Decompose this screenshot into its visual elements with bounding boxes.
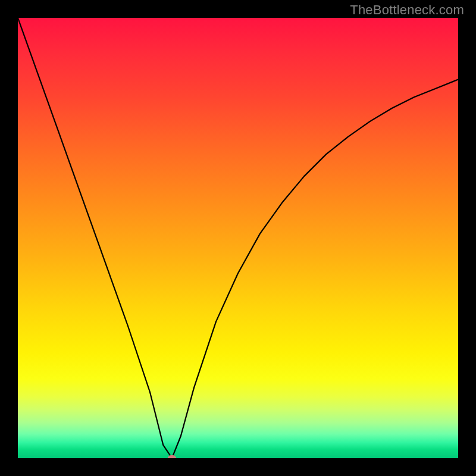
watermark-text: TheBottleneck.com [350, 2, 464, 18]
curve-svg [18, 18, 458, 458]
plot-area [18, 18, 458, 458]
chart-frame: TheBottleneck.com [0, 0, 476, 476]
minimum-marker [168, 455, 176, 458]
bottleneck-curve-path [18, 18, 458, 458]
